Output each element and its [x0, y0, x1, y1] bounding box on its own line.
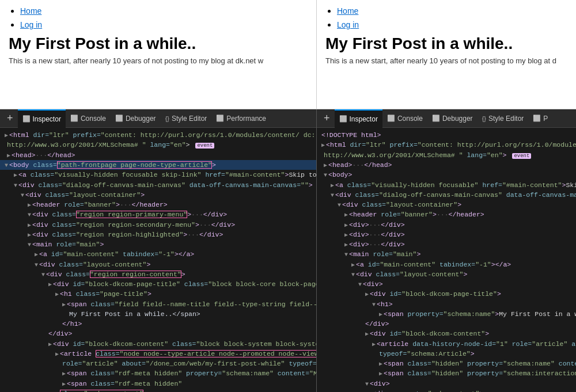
html-line[interactable]: ▶<span property="schema:name">My First P… — [317, 309, 576, 319]
page-excerpt-right: This is a new start, after nearly 10 yea… — [325, 56, 567, 65]
page-preview-left: Home Log in My First Post in a while.. T… — [0, 0, 317, 109]
tab-style-editor-right[interactable]: {} Style Editor — [478, 109, 529, 128]
tab-console-label-right: Console — [397, 115, 423, 123]
performance-icon-right: ⬜ — [533, 115, 541, 122]
html-line[interactable]: ▶<div>···</div> — [317, 230, 576, 239]
tab-console-right[interactable]: ⬜ Console — [382, 109, 427, 128]
html-line[interactable]: ▶<div id="block-dkcom-page-title"> — [317, 289, 576, 299]
tab-performance-left[interactable]: ⬜ Performance — [211, 109, 271, 128]
tab-style-editor-label-right: Style Editor — [488, 115, 524, 123]
tab-performance-right[interactable]: ⬜ P — [528, 109, 552, 128]
html-line[interactable]: ▶<div id="block-dkcom-content" class="bl… — [0, 339, 316, 349]
html-line[interactable]: ▼<body> — [317, 170, 576, 180]
html-line[interactable]: ▶<span class="rdf-meta hidden" property=… — [0, 368, 316, 378]
html-line[interactable]: ▼<div class="region region-content"> — [0, 269, 316, 279]
tab-style-editor-left[interactable]: {} Style Editor — [161, 109, 212, 128]
html-line[interactable]: ▼<div class="layout-content"> — [0, 260, 316, 269]
html-line[interactable]: ▼<main role="main"> — [317, 249, 576, 259]
html-line-selected[interactable]: ▼<body class="path-frontpage page-node-t… — [0, 160, 316, 170]
add-tab-left[interactable]: + — [2, 112, 18, 124]
nav-home-right[interactable]: Home — [337, 6, 358, 16]
html-line[interactable]: ▶<head>···</head> — [0, 150, 316, 160]
html-line[interactable]: ▼class="node__content" — [0, 389, 316, 392]
html-line[interactable]: ▼<div class="layout-container"> — [317, 200, 576, 210]
inspector-icon-left: ⬜ — [22, 115, 31, 123]
html-inspector-left: ▶<html dir="ltr" prefix="content: http:/… — [0, 128, 316, 392]
html-line[interactable]: ▶<html dir="ltr" prefix="content: http:/… — [0, 130, 316, 140]
html-line[interactable]: ▶<span class="hidden" property="schema:n… — [317, 359, 576, 368]
html-line[interactable]: ▶<div>···</div> — [317, 220, 576, 230]
html-line[interactable]: role="article" about="/done_com/web/my-f… — [0, 359, 316, 368]
html-line[interactable]: ▼<div> — [317, 279, 576, 289]
tab-debugger-label-right: Debugger — [442, 115, 473, 123]
html-line[interactable]: </h1> — [0, 319, 316, 329]
html-line[interactable]: ▶<article data-history-node-id="1" role=… — [317, 339, 576, 349]
html-line[interactable]: ▶<article class="node node--type-article… — [0, 349, 316, 359]
html-line[interactable]: ▶<div>···</div> — [317, 239, 576, 249]
html-line[interactable]: typeof="schema:Article"> — [317, 349, 576, 359]
html-line[interactable]: ▶<div id="block-dkcom-content"> — [317, 329, 576, 338]
inspector-icon-right: ⬜ — [339, 115, 347, 123]
html-line[interactable]: ▶<a id="main-content" tabindex="-1"></a> — [0, 249, 316, 259]
tab-inspector-left[interactable]: ⬜ Inspector — [18, 109, 66, 128]
nav-login-right[interactable]: Log in — [337, 20, 359, 29]
tab-inspector-right[interactable]: ⬜ Inspector — [335, 109, 382, 128]
html-line[interactable]: ▶<span class="field field--name-title fi… — [0, 299, 316, 309]
html-line[interactable]: ▼<main role="main"> — [0, 239, 316, 249]
html-line[interactable]: <div property="schema:text"> — [317, 389, 576, 392]
html-line[interactable]: ▶<div class="region region-highlighted">… — [0, 230, 316, 239]
tab-console-left[interactable]: ⬜ Console — [66, 109, 111, 128]
style-editor-icon-left: {} — [165, 115, 169, 122]
tab-style-editor-label-left: Style Editor — [172, 115, 207, 123]
console-icon-left: ⬜ — [70, 115, 78, 122]
tab-inspector-label-right: Inspector — [350, 115, 378, 123]
html-line[interactable]: </div> — [317, 319, 576, 329]
html-line[interactable]: ▶<a id="main-content" tabindex="-1"></a> — [317, 260, 576, 269]
performance-icon-left: ⬜ — [216, 115, 224, 122]
html-line[interactable]: ▶<span class="rdf-meta hidden" — [0, 379, 316, 389]
html-line[interactable]: ▼<div class="layout-content"> — [317, 269, 576, 279]
tab-debugger-right[interactable]: ⬜ Debugger — [427, 109, 478, 128]
tab-performance-label-right: P — [543, 115, 548, 123]
page-title-right: My First Post in a while.. — [325, 35, 567, 53]
debugger-icon-left: ⬜ — [115, 115, 123, 122]
html-line[interactable]: ▶<h1 class="page-title"> — [0, 289, 316, 299]
html-line[interactable]: ▶<html dir="ltr" prefix="content: http:/… — [317, 140, 576, 150]
html-line[interactable]: ▼<div class="dialog-off-canvas-main-canv… — [0, 180, 316, 190]
html-inspector-right: <!DOCTYPE html> ▶<html dir="ltr" prefix=… — [317, 128, 576, 392]
html-line[interactable]: http://www.w3.org/2001/XMLSchema# " lang… — [317, 150, 576, 161]
html-line[interactable]: ▶<a class="visually-hidden focusable ski… — [0, 170, 316, 180]
html-line[interactable]: http://www.w3.org/2001/XMLSchema# " lang… — [0, 140, 316, 150]
html-line[interactable]: ▼<h1> — [317, 299, 576, 309]
devtools-toolbar-left: + ⬜ Inspector ⬜ Console ⬜ Debugger {} St… — [0, 109, 316, 128]
tab-debugger-left[interactable]: ⬜ Debugger — [111, 109, 161, 128]
html-line[interactable]: My First Post in a while..</span> — [0, 309, 316, 319]
tab-performance-label-left: Performance — [226, 115, 266, 123]
html-line[interactable]: <!DOCTYPE html> — [317, 130, 576, 140]
html-line[interactable]: </div> — [0, 329, 316, 338]
page-title-left: My First Post in a while.. — [9, 35, 308, 53]
html-line[interactable]: ▼<div class="region region-primary-menu"… — [0, 210, 316, 219]
html-line[interactable]: ▶<a class="visually-hidden focusable" hr… — [317, 180, 576, 190]
page-excerpt-left: This is a new start, after nearly 10 yea… — [9, 56, 308, 65]
html-line[interactable]: ▼<div class="dialog-off-canvas-main-canv… — [317, 190, 576, 200]
html-line[interactable]: ▼<div class="layout-container"> — [0, 190, 316, 200]
tab-debugger-label-left: Debugger — [126, 115, 156, 123]
tab-inspector-label-left: Inspector — [33, 115, 61, 123]
nav-login-left[interactable]: Log in — [20, 20, 42, 29]
html-line[interactable]: ▶<header role="banner">···</header> — [317, 210, 576, 219]
devtools-left: + ⬜ Inspector ⬜ Console ⬜ Debugger {} St… — [0, 109, 317, 392]
debugger-icon-right: ⬜ — [432, 115, 440, 122]
devtools-right: + ⬜ Inspector ⬜ Console ⬜ Debugger {} St… — [317, 109, 576, 392]
html-line[interactable]: ▼<div> — [317, 379, 576, 389]
page-preview-right: Home Log in My First Post in a while.. T… — [317, 0, 576, 109]
html-line[interactable]: ▶<head>···</head> — [317, 160, 576, 170]
nav-home-left[interactable]: Home — [20, 6, 41, 16]
style-editor-icon-right: {} — [482, 115, 486, 122]
html-line[interactable]: ▶<div class="region region-secondary-men… — [0, 220, 316, 230]
add-tab-right[interactable]: + — [319, 112, 335, 124]
console-icon-right: ⬜ — [387, 115, 395, 122]
html-line[interactable]: ▶<header role="banner">···</header> — [0, 200, 316, 210]
html-line[interactable]: ▶<div id="block-dkcom-page-title" class=… — [0, 279, 316, 289]
html-line[interactable]: ▶<span class="hidden" property="schema:i… — [317, 368, 576, 378]
